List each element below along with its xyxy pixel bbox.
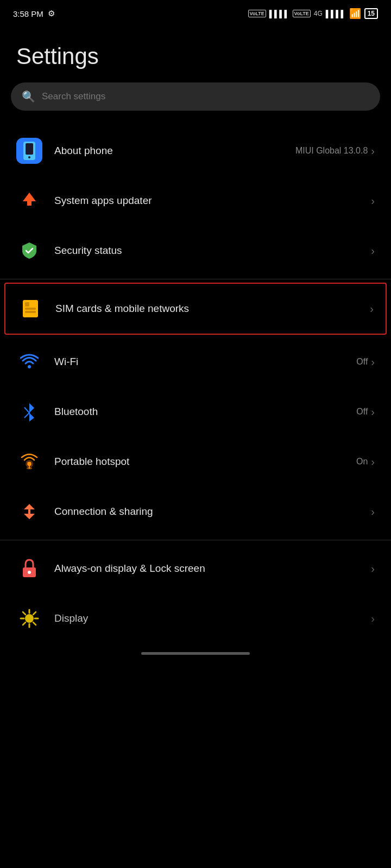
about-phone-label: About phone: [54, 144, 295, 158]
svg-point-13: [28, 571, 31, 574]
display-chevron: ›: [371, 612, 375, 625]
display-right: ›: [371, 612, 375, 625]
svg-point-8: [28, 365, 31, 368]
settings-item-bluetooth[interactable]: Bluetooth Off ›: [0, 387, 391, 437]
system-apps-right: ›: [371, 195, 375, 207]
settings-list: About phone MIUI Global 13.0.8 › System …: [0, 126, 391, 643]
security-status-label: Security status: [54, 244, 371, 258]
svg-rect-6: [25, 308, 36, 310]
about-phone-right: MIUI Global 13.0.8 ›: [295, 145, 375, 157]
lock-icon-container: [16, 556, 42, 582]
divider-after-connection: [0, 540, 391, 540]
search-bar[interactable]: 🔍 Search settings: [11, 82, 380, 111]
page-title: Settings: [0, 24, 391, 82]
status-right: VoLTE ▌▌▌▌ VoLTE 4G ▌▌▌▌ 📶 15: [248, 8, 378, 20]
hotspot-text: Portable hotspot: [54, 455, 356, 469]
sim-cards-right: ›: [370, 303, 374, 315]
system-apps-chevron: ›: [371, 195, 375, 207]
search-container: 🔍 Search settings: [0, 82, 391, 126]
sim-cards-label: SIM cards & mobile networks: [55, 302, 370, 316]
hotspot-icon-container: [16, 449, 42, 475]
sim-cards-chevron: ›: [370, 303, 374, 315]
status-left: 3:58 PM ⚙: [13, 9, 55, 18]
connection-text: Connection & sharing: [54, 505, 371, 519]
bluetooth-icon: [22, 402, 36, 422]
bluetooth-label: Bluetooth: [54, 405, 356, 419]
settings-item-display[interactable]: Display ›: [0, 593, 391, 643]
sim-cards-icon-container: [17, 296, 43, 322]
connection-right: ›: [371, 506, 375, 518]
battery-level: 15: [368, 10, 375, 17]
always-on-display-label: Always-on display & Lock screen: [54, 562, 371, 576]
svg-line-19: [23, 612, 26, 615]
security-status-icon-container: [16, 238, 42, 264]
display-icon: [20, 609, 39, 628]
sim-icon: [22, 299, 39, 318]
security-status-text: Security status: [54, 244, 371, 258]
bluetooth-value: Off: [356, 407, 368, 417]
search-placeholder: Search settings: [42, 91, 105, 102]
divider-after-security: [0, 279, 391, 279]
nav-pill: [141, 652, 250, 655]
gear-icon: ⚙: [48, 9, 55, 18]
volte-badge-2: VoLTE: [293, 10, 311, 17]
settings-item-portable-hotspot[interactable]: Portable hotspot On ›: [0, 437, 391, 487]
system-apps-text: System apps updater: [54, 194, 371, 208]
about-phone-text: About phone: [54, 144, 295, 158]
settings-item-system-apps-updater[interactable]: System apps updater ›: [0, 176, 391, 226]
about-phone-icon: [16, 138, 42, 164]
display-icon-container: [16, 605, 42, 631]
svg-point-14: [25, 614, 34, 623]
signal-2: ▌▌▌▌: [326, 10, 346, 18]
shield-icon: [20, 241, 39, 260]
settings-item-security-status[interactable]: Security status ›: [0, 226, 391, 276]
lock-icon: [21, 559, 37, 578]
bottom-nav-bar: [0, 643, 391, 663]
wifi-chevron: ›: [371, 356, 375, 368]
bluetooth-right: Off ›: [356, 406, 375, 418]
arrow-up-icon: [21, 190, 38, 212]
bluetooth-text: Bluetooth: [54, 405, 356, 419]
always-on-display-chevron: ›: [371, 563, 375, 575]
hotspot-chevron: ›: [371, 456, 375, 468]
svg-point-2: [28, 156, 30, 158]
svg-marker-3: [23, 193, 36, 206]
hotspot-label: Portable hotspot: [54, 455, 356, 469]
settings-item-sim-cards[interactable]: SIM cards & mobile networks ›: [4, 283, 387, 335]
svg-rect-1: [26, 143, 33, 155]
system-apps-label: System apps updater: [54, 194, 371, 208]
bluetooth-icon-container: [16, 399, 42, 425]
svg-rect-5: [25, 302, 29, 307]
security-status-chevron: ›: [371, 245, 375, 257]
signal-1: ▌▌▌▌: [269, 10, 289, 18]
settings-item-connection-sharing[interactable]: Connection & sharing ›: [0, 487, 391, 537]
hotspot-icon: [20, 452, 39, 471]
search-icon: 🔍: [22, 90, 35, 103]
security-status-right: ›: [371, 245, 375, 257]
battery-indicator: 15: [364, 8, 378, 19]
wifi-right: Off ›: [356, 356, 375, 368]
time-display: 3:58 PM: [13, 9, 43, 18]
wifi-label: Wi-Fi: [54, 355, 356, 369]
network-4g: 4G: [314, 10, 323, 17]
wifi-icon: [20, 354, 39, 370]
about-phone-value: MIUI Global 13.0.8: [295, 146, 368, 156]
settings-item-always-on-display[interactable]: Always-on display & Lock screen ›: [0, 544, 391, 593]
sim-cards-text: SIM cards & mobile networks: [55, 302, 370, 316]
settings-item-wifi[interactable]: Wi-Fi Off ›: [0, 337, 391, 387]
connection-icon: [20, 502, 39, 521]
about-phone-chevron: ›: [371, 145, 375, 157]
svg-rect-7: [25, 311, 36, 313]
svg-line-21: [33, 612, 36, 615]
svg-line-20: [33, 622, 36, 625]
connection-icon-container: [16, 499, 42, 525]
always-on-display-right: ›: [371, 563, 375, 575]
settings-item-about-phone[interactable]: About phone MIUI Global 13.0.8 ›: [0, 126, 391, 176]
connection-chevron: ›: [371, 506, 375, 518]
wifi-value: Off: [356, 357, 368, 367]
status-bar: 3:58 PM ⚙ VoLTE ▌▌▌▌ VoLTE 4G ▌▌▌▌ 📶 15: [0, 0, 391, 24]
hotspot-right: On ›: [356, 456, 375, 468]
connection-label: Connection & sharing: [54, 505, 371, 519]
display-label: Display: [54, 612, 371, 626]
wifi-signal-icon: 📶: [349, 8, 361, 20]
